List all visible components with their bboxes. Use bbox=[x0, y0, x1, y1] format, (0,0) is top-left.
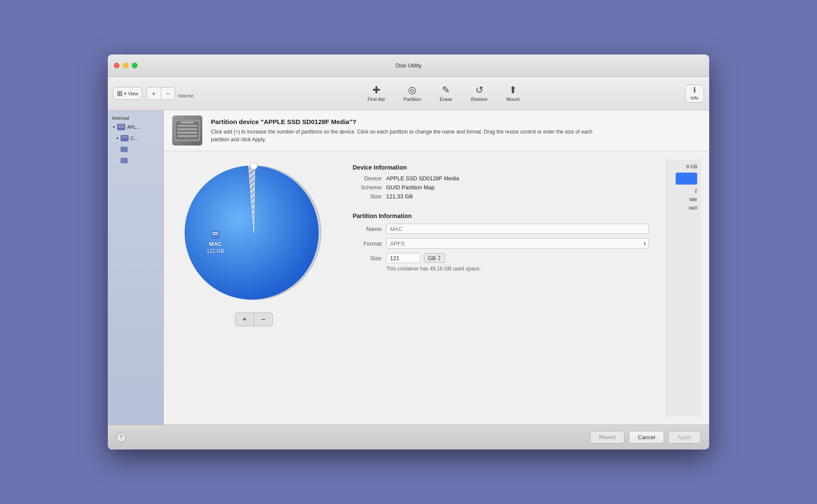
sidebar-item-part1[interactable] bbox=[110, 144, 162, 155]
scheme-label: Scheme: bbox=[353, 184, 383, 191]
sidebar-item-container[interactable]: ▾ C... bbox=[110, 133, 162, 144]
device-info-device-row: Device: APPLE SSD SD0128F Media bbox=[353, 175, 649, 182]
erase-icon: ✎ bbox=[442, 85, 450, 95]
partition-format-select-container: APFS ⬍ bbox=[386, 238, 649, 249]
sidebar-item-part2[interactable] bbox=[110, 155, 162, 166]
cancel-button[interactable]: Cancel bbox=[629, 431, 664, 443]
footer-buttons: Revert Cancel Apply bbox=[590, 431, 701, 443]
titlebar: Disk Utility bbox=[108, 55, 709, 77]
drag-handle[interactable] bbox=[250, 163, 257, 170]
sidebar: Internal ▾ APL... ▾ bbox=[108, 110, 164, 425]
mount-icon: ⬆ bbox=[509, 85, 517, 95]
remove-partition-button[interactable]: − bbox=[254, 313, 273, 326]
device-value: APPLE SSD SD0128F Media bbox=[386, 175, 459, 182]
size-unit-button[interactable]: GB ▲ ▼ bbox=[424, 253, 445, 263]
mount-label: Mount bbox=[506, 97, 520, 102]
svg-rect-10 bbox=[177, 128, 197, 130]
main-area: Internal ▾ APL... ▾ bbox=[108, 110, 709, 425]
help-button[interactable]: ? bbox=[116, 433, 126, 442]
device-label: Device: bbox=[353, 175, 383, 182]
content-header-text: Partition device "APPLE SSD SD0128F Medi… bbox=[211, 118, 598, 143]
toolbar-right: ℹ Info bbox=[685, 85, 704, 103]
disk-icon-part1 bbox=[120, 145, 128, 154]
device-info-title: Device Information bbox=[353, 164, 649, 171]
partition-name-input[interactable] bbox=[386, 224, 649, 234]
svg-rect-3 bbox=[121, 135, 128, 141]
toolbar: ⊞ ▾ View + − Volume ✚ First Aid ◎ Partit… bbox=[108, 77, 709, 110]
apply-button[interactable]: Apply bbox=[668, 431, 701, 443]
partition-size-label: Size: bbox=[353, 255, 383, 261]
add-volume-button[interactable]: + bbox=[147, 88, 161, 100]
disk-icon-main bbox=[117, 123, 125, 131]
right-disk-value: isk0 bbox=[670, 205, 697, 210]
sidebar-label-container: C... bbox=[131, 136, 138, 141]
svg-rect-9 bbox=[177, 125, 197, 127]
partition-size-row: Size: GB ▲ ▼ bbox=[353, 253, 649, 263]
maximize-button[interactable] bbox=[132, 63, 137, 68]
svg-rect-5 bbox=[121, 147, 128, 152]
restore-tool[interactable]: ↺ Restore bbox=[462, 84, 497, 103]
first-aid-tool[interactable]: ✚ First Aid bbox=[358, 84, 394, 103]
partition-info-section: Partition Information Name: Format: APFS bbox=[353, 213, 649, 272]
partition-format-label: Format: bbox=[353, 240, 383, 247]
help-icon: ? bbox=[120, 434, 123, 440]
pie-add-remove-buttons: + − bbox=[235, 313, 273, 326]
disk-icon-container bbox=[120, 134, 129, 143]
view-icon: ⊞ bbox=[117, 89, 122, 97]
right-blue-indicator bbox=[676, 173, 697, 185]
revert-button[interactable]: Revert bbox=[590, 431, 625, 443]
view-chevron: ▾ bbox=[124, 91, 126, 96]
mount-tool[interactable]: ⬆ Mount bbox=[497, 84, 529, 103]
volume-label: Volume bbox=[178, 93, 194, 98]
svg-rect-13 bbox=[181, 122, 194, 123]
info-button[interactable]: ℹ Info bbox=[685, 85, 704, 103]
restore-icon: ↺ bbox=[476, 85, 483, 95]
device-size-label: Size: bbox=[353, 193, 383, 200]
sidebar-item-disk-main[interactable]: ▾ APL... bbox=[110, 121, 162, 133]
partition-icon: ◎ bbox=[408, 85, 416, 95]
close-button[interactable] bbox=[114, 63, 119, 68]
restore-label: Restore bbox=[471, 97, 488, 102]
right-size-value: 8 GB bbox=[670, 164, 697, 169]
disk-image bbox=[172, 115, 202, 146]
partition-dialog-title: Partition device "APPLE SSD SD0128F Medi… bbox=[211, 118, 598, 125]
svg-rect-2 bbox=[118, 127, 125, 128]
device-info-scheme-row: Scheme: GUID Partition Map bbox=[353, 184, 649, 191]
partition-label: Partition bbox=[403, 97, 421, 102]
right-count-value: 2 bbox=[670, 188, 697, 193]
pie-chart: MAC 121 GB bbox=[181, 160, 327, 306]
scheme-value: GUID Partition Map bbox=[386, 184, 435, 191]
right-state-value: tate bbox=[670, 197, 697, 202]
window-title: Disk Utility bbox=[396, 62, 422, 69]
info-panel: Device Information Device: APPLE SSD SD0… bbox=[353, 160, 649, 416]
info-label: Info bbox=[691, 95, 698, 100]
view-button[interactable]: ⊞ ▾ View bbox=[113, 87, 142, 100]
container-note: This container has 49,16 GB used space. bbox=[386, 266, 649, 272]
partition-name-row: Name: bbox=[353, 224, 649, 234]
volume-buttons: + − bbox=[146, 87, 175, 100]
pie-area: MAC 121 GB MAC bbox=[172, 160, 335, 416]
partition-name-label: Name: bbox=[353, 226, 383, 232]
size-unit-stepper: ▲ ▼ bbox=[438, 255, 441, 261]
remove-volume-button[interactable]: − bbox=[161, 88, 175, 100]
sidebar-arrow-container: ▾ bbox=[116, 136, 119, 140]
toolbar-tools: ✚ First Aid ◎ Partition ✎ Erase ↺ Restor… bbox=[202, 84, 685, 103]
erase-tool[interactable]: ✎ Erase bbox=[430, 84, 462, 103]
partition-tool[interactable]: ◎ Partition bbox=[394, 84, 430, 103]
partition-format-select[interactable]: APFS bbox=[386, 238, 649, 249]
disk-icon-part2 bbox=[120, 156, 128, 165]
size-unit-label: GB bbox=[428, 255, 436, 261]
minimize-button[interactable] bbox=[123, 63, 128, 68]
svg-rect-1 bbox=[118, 125, 125, 126]
traffic-lights bbox=[114, 63, 137, 68]
add-partition-button[interactable]: + bbox=[235, 313, 254, 326]
view-label: View bbox=[128, 91, 138, 96]
pie-chart-container: MAC 121 GB MAC bbox=[181, 160, 327, 306]
svg-rect-6 bbox=[121, 158, 128, 163]
first-aid-icon: ✚ bbox=[372, 85, 380, 95]
partition-size-input[interactable] bbox=[386, 253, 421, 263]
partition-dialog-description: Click add (+) to increase the number of … bbox=[211, 128, 598, 143]
device-info-size-row: Size: 121,33 GB bbox=[353, 193, 649, 200]
content-header: Partition device "APPLE SSD SD0128F Medi… bbox=[164, 110, 709, 151]
sidebar-label-main: APL... bbox=[127, 124, 140, 130]
